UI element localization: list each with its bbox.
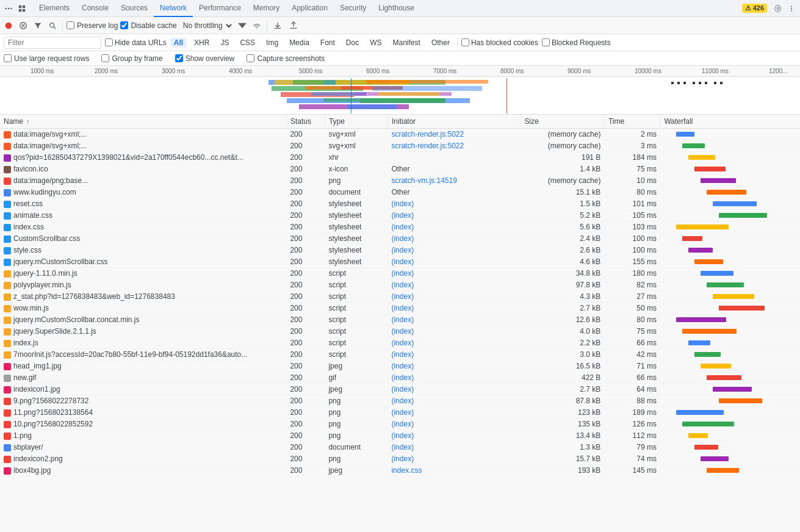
col-header-status[interactable]: Status bbox=[286, 115, 325, 129]
row-name[interactable]: reset.css bbox=[0, 198, 286, 210]
row-name[interactable]: 9.png?1568022278732 bbox=[0, 395, 286, 407]
initiator-link[interactable]: (index) bbox=[391, 246, 414, 254]
row-name[interactable]: z_stat.php?id=1276838483&web_id=12768384… bbox=[0, 291, 286, 303]
row-name[interactable]: jquery-1.11.0.min.js bbox=[0, 268, 286, 279]
tab-application[interactable]: Application bbox=[286, 0, 334, 17]
table-row[interactable]: data:image/svg+xml;... 200 svg+xml scrat… bbox=[0, 140, 800, 152]
initiator-link[interactable]: (index) bbox=[391, 373, 414, 382]
filter-btn[interactable] bbox=[32, 20, 44, 32]
initiator-link[interactable]: index.css bbox=[391, 466, 422, 475]
row-name[interactable]: 10.png?1568022852592 bbox=[0, 419, 286, 430]
devtools-close-btn[interactable] bbox=[16, 2, 28, 15]
initiator-link[interactable]: scratch-render.js:5022 bbox=[391, 142, 464, 150]
filter-type-other[interactable]: Other bbox=[428, 37, 453, 48]
initiator-link[interactable]: (index) bbox=[391, 269, 414, 278]
filter-type-doc[interactable]: Doc bbox=[342, 37, 362, 48]
capture-screenshots-checkbox[interactable] bbox=[247, 54, 254, 62]
table-row[interactable]: style.css 200 stylesheet (index) 2.6 kB … bbox=[0, 245, 800, 256]
row-initiator[interactable]: (index) bbox=[387, 326, 521, 337]
row-name[interactable]: polyvplayer.min.js bbox=[0, 279, 286, 291]
row-initiator[interactable]: (index) bbox=[387, 349, 521, 361]
table-row[interactable]: 9.png?1568022278732 200 png (index) 87.8… bbox=[0, 395, 800, 407]
filter-type-css[interactable]: CSS bbox=[236, 37, 259, 48]
row-name[interactable]: data:image/svg+xml;... bbox=[0, 129, 286, 140]
table-row[interactable]: favicon.ico 200 x-icon Other 1.4 kB 75 m… bbox=[0, 164, 800, 175]
settings-btn[interactable] bbox=[772, 2, 784, 15]
search-btn[interactable] bbox=[46, 20, 59, 32]
preserve-log-checkbox[interactable] bbox=[67, 21, 74, 29]
row-initiator[interactable]: (index) bbox=[387, 384, 521, 395]
row-name[interactable]: indexicon2.png bbox=[0, 453, 286, 465]
initiator-link[interactable]: scratch-vm.js:14519 bbox=[391, 176, 456, 185]
row-initiator[interactable]: Other bbox=[387, 187, 521, 198]
col-header-name[interactable]: Name ↑ bbox=[0, 115, 286, 129]
row-initiator[interactable]: (index) bbox=[387, 245, 521, 256]
table-row[interactable]: ibox4bg.jpg 200 jpeg index.css 193 kB 14… bbox=[0, 465, 800, 476]
row-name[interactable]: jquery.mCustomScrollbar.concat.min.js bbox=[0, 314, 286, 326]
table-row[interactable]: CustomScrollbar.css 200 stylesheet (inde… bbox=[0, 233, 800, 245]
row-name[interactable]: favicon.ico bbox=[0, 164, 286, 175]
filter-type-manifest[interactable]: Manifest bbox=[389, 37, 424, 48]
filter-type-xhr[interactable]: XHR bbox=[190, 37, 213, 48]
row-initiator[interactable]: (index) bbox=[387, 210, 521, 221]
row-initiator[interactable]: (index) bbox=[387, 337, 521, 349]
hide-data-urls-label[interactable]: Hide data URLs bbox=[105, 38, 167, 47]
row-initiator[interactable]: (index) bbox=[387, 407, 521, 419]
row-initiator[interactable]: (index) bbox=[387, 442, 521, 453]
filter-type-js[interactable]: JS bbox=[217, 37, 232, 48]
row-name[interactable]: head_img1.jpg bbox=[0, 361, 286, 372]
blocked-requests-checkbox[interactable] bbox=[542, 38, 550, 46]
row-initiator[interactable]: (index) bbox=[387, 314, 521, 326]
filter-input[interactable] bbox=[4, 37, 101, 49]
row-initiator[interactable]: (index) bbox=[387, 268, 521, 279]
blocked-requests-label[interactable]: Blocked Requests bbox=[542, 38, 611, 47]
throttle-dropdown-btn[interactable] bbox=[236, 20, 248, 32]
col-header-initiator[interactable]: Initiator bbox=[387, 115, 521, 129]
table-row[interactable]: sbplayer/ 200 document (index) 1.3 kB 79… bbox=[0, 442, 800, 453]
initiator-link[interactable]: (index) bbox=[391, 223, 414, 231]
filter-type-media[interactable]: Media bbox=[286, 37, 313, 48]
row-initiator[interactable]: index.css bbox=[387, 465, 521, 476]
initiator-link[interactable]: (index) bbox=[391, 304, 414, 312]
hide-data-urls-checkbox[interactable] bbox=[105, 38, 113, 46]
group-by-frame-option[interactable]: Group by frame bbox=[101, 54, 162, 63]
table-row[interactable]: 7moorInit.js?accessId=20ac7b80-55bf-11e9… bbox=[0, 349, 800, 361]
row-initiator[interactable]: (index) bbox=[387, 430, 521, 442]
table-row[interactable]: jquery-1.11.0.min.js 200 script (index) … bbox=[0, 268, 800, 279]
initiator-link[interactable]: (index) bbox=[391, 455, 414, 463]
show-overview-option[interactable]: Show overview bbox=[175, 54, 235, 63]
initiator-link[interactable]: (index) bbox=[391, 443, 414, 451]
row-initiator[interactable]: (index) bbox=[387, 291, 521, 303]
row-name[interactable]: index.js bbox=[0, 337, 286, 349]
export-btn[interactable] bbox=[287, 20, 300, 31]
initiator-link[interactable]: (index) bbox=[391, 339, 414, 347]
initiator-link[interactable]: (index) bbox=[391, 385, 414, 394]
row-initiator[interactable]: scratch-render.js:5022 bbox=[387, 129, 521, 140]
table-row[interactable]: qos?pid=162850437279X1398021&vid=2a170ff… bbox=[0, 152, 800, 164]
filter-type-font[interactable]: Font bbox=[317, 37, 339, 48]
table-row[interactable]: index.js 200 script (index) 2.2 kB 66 ms bbox=[0, 337, 800, 349]
row-name[interactable]: new.gif bbox=[0, 372, 286, 384]
col-header-time[interactable]: Time bbox=[604, 115, 660, 129]
row-initiator[interactable]: scratch-vm.js:14519 bbox=[387, 175, 521, 187]
row-name[interactable]: jquery.mCustomScrollbar.css bbox=[0, 256, 286, 268]
table-row[interactable]: index.css 200 stylesheet (index) 5.6 kB … bbox=[0, 221, 800, 233]
clear-btn[interactable] bbox=[17, 20, 29, 32]
filter-type-ws[interactable]: WS bbox=[366, 37, 385, 48]
tab-security[interactable]: Security bbox=[334, 0, 372, 17]
table-row[interactable]: data:image/png;base... 200 png scratch-v… bbox=[0, 175, 800, 187]
row-name[interactable]: jquery.SuperSlide.2.1.1.js bbox=[0, 326, 286, 337]
row-name[interactable]: style.css bbox=[0, 245, 286, 256]
filter-type-img[interactable]: Img bbox=[262, 37, 282, 48]
initiator-link[interactable]: (index) bbox=[391, 420, 414, 428]
row-name[interactable]: wow.min.js bbox=[0, 303, 286, 314]
initiator-link[interactable]: (index) bbox=[391, 431, 414, 440]
devtools-menu-btn[interactable] bbox=[2, 2, 15, 15]
row-initiator[interactable]: (index) bbox=[387, 198, 521, 210]
network-table-container[interactable]: Name ↑ Status Type Initiator Size Time W… bbox=[0, 115, 800, 500]
tab-console[interactable]: Console bbox=[76, 0, 115, 17]
has-blocked-cookies-checkbox[interactable] bbox=[461, 38, 469, 46]
row-name[interactable]: indexicon1.jpg bbox=[0, 384, 286, 395]
initiator-link[interactable]: (index) bbox=[391, 211, 414, 220]
table-row[interactable]: wow.min.js 200 script (index) 2.7 kB 50 … bbox=[0, 303, 800, 314]
